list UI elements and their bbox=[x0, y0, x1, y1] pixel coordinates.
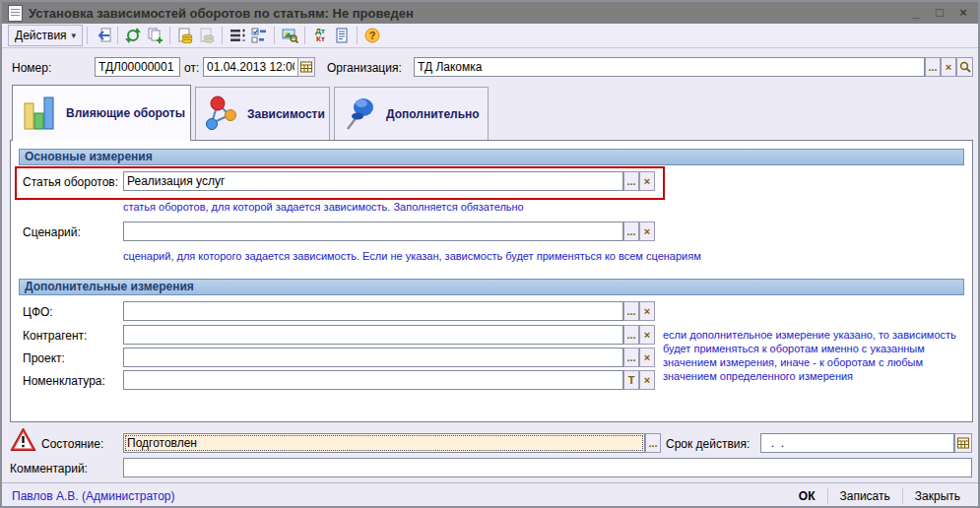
tab-label: Зависимости bbox=[247, 107, 325, 121]
cfo-label: ЦФО: bbox=[23, 305, 53, 319]
chevron-down-icon: ▾ bbox=[72, 31, 77, 40]
application-window: Установка зависимостей оборотов по стать… bbox=[0, 0, 980, 508]
validity-input[interactable] bbox=[760, 433, 954, 453]
post-document-button[interactable] bbox=[174, 26, 196, 45]
unpost-document-icon bbox=[199, 28, 215, 43]
state-label: Состояние: bbox=[41, 437, 103, 451]
turnover-article-input[interactable] bbox=[123, 171, 623, 191]
tab-label: Дополнительно bbox=[386, 107, 480, 121]
maximize-button[interactable]: □ bbox=[933, 6, 947, 20]
checklist-settings-button[interactable] bbox=[248, 26, 270, 45]
contractor-input[interactable] bbox=[123, 325, 623, 345]
contractor-clear-button[interactable]: × bbox=[639, 325, 655, 345]
toolbar: Действия ▾ ДтКт ? bbox=[2, 24, 978, 48]
bar-chart-icon bbox=[21, 92, 58, 135]
nomenclature-text-button[interactable]: T bbox=[623, 370, 639, 390]
scenario-clear-button[interactable]: × bbox=[639, 222, 655, 241]
article-select-button[interactable]: ... bbox=[623, 171, 639, 191]
article-hint: статья оборотов, для которой задается за… bbox=[123, 200, 524, 214]
cfo-clear-button[interactable]: × bbox=[639, 301, 655, 321]
refresh-icon bbox=[125, 28, 141, 43]
number-label: Номер: bbox=[12, 61, 51, 75]
nomenclature-clear-button[interactable]: × bbox=[639, 370, 655, 390]
scenario-label: Сценарий: bbox=[23, 225, 81, 239]
turnover-article-label: Статья оборотов: bbox=[23, 175, 118, 189]
close-button[interactable]: × bbox=[956, 6, 970, 20]
validity-calendar-button[interactable] bbox=[954, 433, 972, 453]
project-input[interactable] bbox=[123, 348, 623, 367]
scenario-select-button[interactable]: ... bbox=[623, 222, 639, 241]
calendar-icon bbox=[957, 437, 969, 449]
dt-kt-icon: ДтКт bbox=[315, 28, 325, 43]
toolbar-separator bbox=[87, 27, 88, 44]
tab-content-panel: Основные измерения Статья оборотов: ... … bbox=[10, 140, 973, 422]
validity-label: Срок действия: bbox=[666, 437, 750, 451]
close-form-button[interactable]: Закрыть bbox=[903, 487, 972, 505]
warning-icon bbox=[10, 427, 36, 452]
statusbar: Павлов А.В. (Администратор) ОК Записать … bbox=[2, 482, 978, 508]
register-records-icon bbox=[334, 28, 350, 43]
save-button[interactable]: Записать bbox=[828, 487, 902, 505]
unpost-document-button[interactable] bbox=[196, 26, 218, 45]
state-input[interactable] bbox=[123, 433, 645, 453]
organization-input[interactable] bbox=[414, 57, 925, 77]
find-in-list-button[interactable] bbox=[279, 26, 300, 45]
ok-button[interactable]: ОК bbox=[787, 487, 827, 505]
project-label: Проект: bbox=[23, 351, 65, 365]
comment-input[interactable] bbox=[123, 458, 972, 477]
minimize-button[interactable]: _ bbox=[909, 6, 923, 20]
save-return-button[interactable] bbox=[92, 26, 113, 45]
dt-kt-button[interactable]: ДтКт bbox=[309, 26, 331, 45]
copy-add-button[interactable] bbox=[144, 26, 165, 45]
structure-list-icon bbox=[229, 28, 245, 43]
help-icon: ? bbox=[364, 28, 380, 43]
nomenclature-input[interactable] bbox=[123, 370, 623, 390]
help-button[interactable]: ? bbox=[361, 26, 383, 45]
structure-list-button[interactable] bbox=[227, 26, 248, 45]
tab-label: Влияющие обороты bbox=[66, 106, 185, 120]
project-select-button[interactable]: ... bbox=[623, 348, 639, 367]
organization-search-button[interactable] bbox=[956, 57, 973, 77]
actions-menu-button[interactable]: Действия ▾ bbox=[8, 25, 83, 46]
date-calendar-button[interactable] bbox=[297, 57, 315, 77]
additional-dimensions-hint: если дополнительное измерение указано, т… bbox=[663, 328, 970, 383]
user-info: Павлов А.В. (Администратор) bbox=[2, 489, 175, 503]
checklist-settings-icon bbox=[251, 28, 267, 43]
refresh-button[interactable] bbox=[122, 26, 144, 45]
tab-influencing-turnovers[interactable]: Влияющие обороты bbox=[12, 85, 191, 141]
contractor-select-button[interactable]: ... bbox=[623, 325, 639, 345]
organization-clear-button[interactable]: × bbox=[941, 57, 956, 77]
toolbar-separator bbox=[117, 27, 118, 44]
tab-dependencies[interactable]: Зависимости bbox=[195, 87, 330, 141]
calendar-icon bbox=[300, 61, 312, 73]
article-clear-button[interactable]: × bbox=[639, 171, 655, 191]
svg-text:?: ? bbox=[369, 30, 376, 41]
pushpin-icon bbox=[343, 94, 378, 135]
scenario-input[interactable] bbox=[123, 222, 623, 241]
organization-select-button[interactable]: ... bbox=[925, 57, 941, 77]
cfo-input[interactable] bbox=[123, 301, 623, 321]
toolbar-separator bbox=[222, 27, 223, 44]
comment-label: Комментарий: bbox=[10, 462, 88, 476]
section-additional-dimensions: Дополнительные измерения bbox=[19, 279, 964, 295]
contractor-label: Контрагент: bbox=[23, 329, 87, 343]
toolbar-separator bbox=[169, 27, 170, 44]
actions-label: Действия bbox=[15, 29, 67, 42]
register-records-button[interactable] bbox=[331, 26, 353, 45]
toolbar-separator bbox=[274, 27, 275, 44]
scenario-hint: сценарий, для которого задается зависимо… bbox=[123, 249, 701, 263]
molecule-icon bbox=[204, 95, 239, 134]
date-from-label: от: bbox=[184, 61, 199, 75]
project-clear-button[interactable]: × bbox=[639, 348, 655, 367]
number-input[interactable] bbox=[95, 57, 180, 77]
state-select-button[interactable]: ... bbox=[645, 433, 661, 453]
window-controls: _ □ × bbox=[909, 6, 978, 20]
titlebar: Установка зависимостей оборотов по стать… bbox=[2, 2, 978, 24]
toolbar-separator bbox=[357, 27, 358, 44]
date-input[interactable] bbox=[203, 57, 298, 77]
bottom-buttons: ОК Записать Закрыть bbox=[787, 483, 978, 508]
cfo-select-button[interactable]: ... bbox=[623, 301, 639, 321]
find-in-list-icon bbox=[282, 28, 298, 43]
tab-additional[interactable]: Дополнительно bbox=[334, 87, 489, 141]
nomenclature-label: Номенклатура: bbox=[23, 374, 105, 388]
